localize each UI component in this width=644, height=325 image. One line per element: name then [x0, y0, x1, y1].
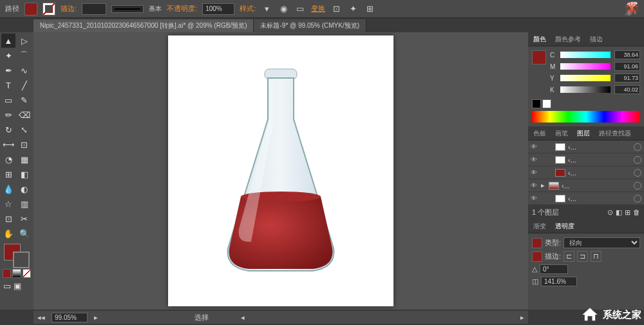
graph-tool[interactable]: ▥ — [17, 197, 32, 211]
c-value[interactable]: 38.64 — [614, 50, 640, 59]
perspective-tool[interactable]: ▦ — [17, 152, 32, 166]
opacity-input[interactable] — [202, 3, 234, 15]
eraser-tool[interactable]: ⌫ — [17, 108, 32, 122]
zoom-input[interactable] — [52, 313, 88, 322]
target-icon[interactable] — [634, 182, 641, 190]
aspect-input[interactable] — [541, 277, 577, 286]
screen-mode-normal[interactable]: ▭ — [3, 281, 12, 290]
white-swatch[interactable] — [542, 99, 551, 108]
pencil-tool[interactable]: ✏ — [1, 108, 15, 122]
layer-row[interactable]: 👁‹... — [528, 192, 644, 205]
stroke-style-dropdown[interactable] — [111, 5, 144, 13]
visibility-icon[interactable]: 👁 — [531, 156, 538, 164]
artboard-tool[interactable]: ⊡ — [1, 212, 15, 226]
nav-next-icon[interactable]: ▸ — [94, 313, 98, 322]
direct-selection-tool[interactable]: ▷ — [17, 34, 32, 48]
hand-tool[interactable]: ✋ — [1, 226, 15, 241]
angle-input[interactable] — [540, 264, 568, 274]
gradient-stroke-swatch[interactable] — [532, 251, 542, 262]
c-slider[interactable] — [560, 52, 611, 58]
visibility-icon[interactable]: 👁 — [531, 143, 538, 151]
slice-tool[interactable]: ✂ — [17, 212, 32, 226]
stroke-weight-input[interactable] — [82, 3, 106, 15]
k-slider[interactable] — [560, 86, 611, 93]
m-slider[interactable] — [560, 63, 611, 70]
stroke-mode-3[interactable]: ⊓ — [591, 251, 601, 262]
stroke-color[interactable] — [13, 251, 30, 268]
line-tool[interactable]: ╱ — [17, 78, 32, 92]
layer-row[interactable]: 👁‹... — [528, 153, 644, 166]
gradient-tab[interactable]: 渐变 — [531, 221, 549, 232]
width-tool[interactable]: ⟷ — [1, 137, 15, 152]
style-dropdown[interactable]: ▾ — [261, 3, 272, 15]
screen-mode-full[interactable]: ▣ — [13, 281, 22, 290]
visibility-icon[interactable]: 👁 — [531, 182, 538, 190]
scroll-left-icon[interactable]: ◂ — [241, 313, 245, 322]
mesh-tool[interactable]: ⊞ — [1, 167, 15, 181]
stroke-tab[interactable]: 描边 — [587, 34, 605, 45]
layer-row[interactable]: 👁‹... — [528, 166, 644, 179]
new-layer-icon[interactable]: ⊞ — [625, 208, 630, 217]
canvas[interactable] — [33, 32, 528, 310]
doc-tab-1[interactable]: Nipic_2457331_20101020230646567000 [转换].… — [33, 19, 254, 32]
transparency-tab[interactable]: 透明度 — [553, 221, 577, 232]
color-ref-tab[interactable]: 颜色参考 — [553, 34, 583, 45]
symbol-tool[interactable]: ☆ — [1, 197, 15, 211]
magic-wand-tool[interactable]: ✦ — [1, 48, 15, 63]
paintbrush-tool[interactable]: ✎ — [17, 93, 32, 107]
stroke-swatch[interactable] — [43, 3, 55, 15]
color-preview[interactable] — [532, 50, 546, 94]
shape-builder-tool[interactable]: ◔ — [1, 152, 15, 166]
brushes-tab[interactable]: 画笔 — [553, 128, 571, 139]
layer-row[interactable]: 👁‹... — [528, 141, 644, 153]
layer-row[interactable]: 👁▸‹... — [528, 179, 644, 192]
visibility-icon[interactable]: 👁 — [531, 195, 538, 202]
pen-tool[interactable]: ✒ — [1, 63, 15, 77]
rectangle-tool[interactable]: ▭ — [1, 93, 15, 107]
scroll-right-icon[interactable]: ▸ — [520, 313, 524, 322]
gradient-swatch[interactable] — [532, 238, 542, 248]
free-transform-tool[interactable]: ⊡ — [17, 137, 32, 152]
target-icon[interactable] — [634, 143, 641, 151]
target-icon[interactable] — [634, 169, 641, 177]
doc-tab-2[interactable]: 未标题-9* @ 99.05% (CMYK/预览) — [254, 19, 366, 32]
color-tab[interactable]: 颜色 — [531, 34, 549, 45]
color-mode-gradient[interactable] — [12, 269, 21, 278]
y-value[interactable]: 91.73 — [614, 74, 640, 83]
shape-icon[interactable]: ✦ — [347, 3, 359, 15]
isolation-icon[interactable]: ⊡ — [330, 3, 342, 15]
type-tool[interactable]: T — [1, 78, 15, 92]
stroke-mode-1[interactable]: ⊏ — [564, 251, 574, 262]
stroke-mode-2[interactable]: ⊐ — [577, 251, 588, 262]
pathfinder-tab[interactable]: 路径查找器 — [596, 128, 634, 139]
align-icon[interactable]: ▭ — [294, 3, 306, 15]
new-sublayer-icon[interactable]: ◧ — [616, 208, 622, 217]
delete-layer-icon[interactable]: 🗑 — [633, 208, 640, 217]
fill-swatch[interactable] — [24, 3, 37, 15]
recolor-icon[interactable]: ◉ — [278, 3, 289, 15]
rotate-tool[interactable]: ↻ — [1, 123, 15, 137]
selection-tool[interactable]: ▲ — [1, 34, 15, 48]
zoom-tool[interactable]: 🔍 — [17, 226, 32, 241]
swatches-tab[interactable]: 色板 — [531, 128, 549, 139]
gradient-tool[interactable]: ◧ — [17, 167, 32, 181]
color-mode-solid[interactable] — [3, 269, 11, 278]
locate-layer-icon[interactable]: ⊙ — [607, 208, 613, 217]
color-mode-none[interactable] — [23, 269, 31, 278]
target-icon[interactable] — [634, 156, 641, 164]
transform-label[interactable]: 变换 — [311, 4, 325, 14]
blend-tool[interactable]: ◐ — [17, 182, 32, 196]
black-swatch[interactable] — [532, 99, 541, 108]
lasso-tool[interactable]: ⌒ — [17, 48, 32, 63]
visibility-icon[interactable]: 👁 — [531, 169, 538, 177]
layers-tab[interactable]: 图层 — [574, 128, 592, 139]
y-slider[interactable] — [560, 75, 611, 81]
eyedropper-tool[interactable]: 💧 — [1, 182, 15, 196]
m-value[interactable]: 91.06 — [614, 62, 640, 71]
curvature-tool[interactable]: ∿ — [17, 63, 32, 77]
gradient-type-select[interactable]: 径向 — [564, 237, 640, 248]
scale-tool[interactable]: ⤡ — [17, 123, 32, 137]
nav-prev-icon[interactable]: ◂◂ — [37, 313, 45, 322]
spectrum[interactable] — [532, 111, 640, 123]
k-value[interactable]: 40.02 — [614, 85, 640, 94]
